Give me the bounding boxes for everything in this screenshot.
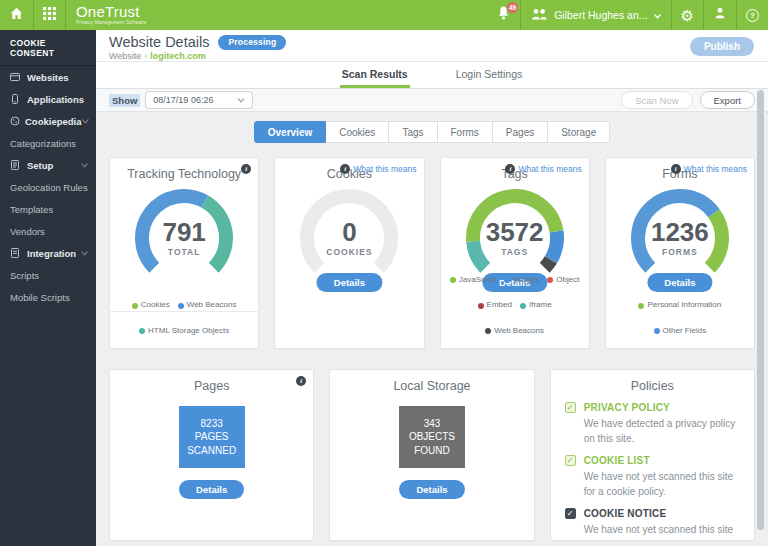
card-info-area: i [241,164,251,174]
policy-head: ✓PRIVACY POLICY [565,402,740,413]
sidebar-item-geolocation-rules[interactable]: Geolocation Rules [0,176,96,198]
sidebar-item-label: Integration [27,248,81,259]
user-menu[interactable]: Gilbert Hughes an... [521,0,670,30]
block-square-pages: 8233PAGESSCANNED [179,406,245,468]
details-button[interactable]: Details [179,480,244,499]
block-line: PAGES [195,430,229,444]
gauge-segment-personal-information [710,213,722,267]
summary-card-row: iPages8233PAGESSCANNEDDetailsLocal Stora… [109,369,755,541]
details-button[interactable]: Details [399,480,464,499]
legend-label: JavaScript [459,274,496,287]
block-value: 343 [424,417,441,431]
legend-label: Embed [487,299,512,312]
chevron-down-icon [81,251,88,256]
subtab-overview[interactable]: Overview [254,121,326,143]
sidebar-item-websites[interactable]: Websites [0,66,96,88]
card-info-area: iWhat this means [340,164,416,174]
scan-date-select[interactable]: 08/17/19 06:26 [145,91,253,109]
info-icon[interactable]: i [505,164,515,174]
sidebar-items: WebsitesApplicationsCookiepediaCategoriz… [0,66,96,308]
help-button[interactable]: ? [737,0,768,30]
legend-item-javascript: JavaScript [450,274,496,287]
subtab-forms[interactable]: Forms [437,121,493,143]
legend-label: Other Fields [663,325,707,338]
legend-item-html-storage-objects: HTML Storage Objects [139,325,229,338]
what-this-means-link[interactable]: What this means [684,164,747,174]
legend-label: Personal Information [647,299,721,312]
sidebar-item-label: Scripts [10,270,88,281]
setup-icon [10,160,22,170]
checkbox-icon[interactable]: ✓ [565,455,576,466]
sidebar-item-cookiepedia[interactable]: Cookiepedia [0,110,96,132]
scrollbar[interactable] [757,90,764,530]
publish-button[interactable]: Publish [690,37,754,56]
home-button[interactable] [0,0,33,30]
websites-icon [10,72,22,82]
applications-icon [10,94,22,104]
settings-button[interactable]: ⚙ [672,0,703,30]
brand-logo[interactable]: OneTrust Privacy Management Software [66,0,157,30]
details-button[interactable]: Details [317,273,382,292]
details-button[interactable]: Details [647,273,712,292]
card-info-area: i [296,376,306,386]
policy-label: PRIVACY POLICY [584,402,670,413]
what-this-means-link[interactable]: What this means [518,164,581,174]
user-name: Gilbert Hughes an... [554,9,647,21]
card-title: Pages [110,379,313,393]
sidebar-item-scripts[interactable]: Scripts [0,264,96,286]
gauge-segment-web-beacons [142,196,205,268]
sidebar-item-setup[interactable]: Setup [0,154,96,176]
legend-label: Web Beacons [187,299,237,312]
subtab-cookies[interactable]: Cookies [325,121,389,143]
sidebar-item-integration[interactable]: Integration [0,242,96,264]
subtab-storage[interactable]: Storage [547,121,610,143]
card-title: Policies [551,379,754,393]
legend-dot [139,328,145,334]
checkbox-icon[interactable]: ✓ [565,508,576,519]
info-icon[interactable]: i [671,164,681,174]
help-icon: ? [746,9,759,22]
breadcrumb: Website›logitech.com [109,51,768,61]
status-badge: Processing [218,35,286,50]
info-icon[interactable]: i [241,164,251,174]
what-this-means-link[interactable]: What this means [353,164,416,174]
scan-now-button[interactable]: Scan Now [621,91,692,109]
gauge-forms: 1236FORMSDetails [618,184,742,288]
sidebar-item-categorizations[interactable]: Categorizations [0,132,96,154]
tab-login-settings[interactable]: Login Settings [454,68,525,88]
checkbox-icon[interactable]: ✓ [565,402,576,413]
subtab-pages[interactable]: Pages [492,121,548,143]
main-tabs: Scan ResultsLogin Settings [96,62,768,89]
tab-scan-results[interactable]: Scan Results [340,68,410,88]
card-policies: Policies✓PRIVACY POLICYWe have detected … [550,369,755,541]
policy-label: COOKIE LIST [584,455,650,466]
integration-icon [10,248,22,258]
chevron-down-icon [82,119,89,124]
info-icon[interactable]: i [340,164,350,174]
scan-date-value: 08/17/19 06:26 [153,95,213,105]
legend-label: HTML Storage Objects [148,325,229,338]
subtab-tags[interactable]: Tags [388,121,437,143]
legend-item-web-beacons: Web Beacons [485,325,544,338]
legend-label: Iframe [529,299,552,312]
sidebar-item-vendors[interactable]: Vendors [0,220,96,242]
gauge-segment-images [550,231,556,260]
scan-toolbar: Show 08/17/19 06:26 Scan Now Export [96,89,768,112]
info-icon[interactable]: i [296,376,306,386]
sidebar-item-mobile-scripts[interactable]: Mobile Scripts [0,286,96,308]
export-button[interactable]: Export [700,91,755,109]
breadcrumb-root[interactable]: Website [109,51,141,61]
breadcrumb-site[interactable]: logitech.com [150,51,206,61]
sidebar-item-label: Mobile Scripts [10,292,88,303]
notifications-button[interactable]: 49 [487,0,520,30]
breadcrumb-separator: › [144,51,147,61]
sidebar-item-templates[interactable]: Templates [0,198,96,220]
app-switcher-button[interactable] [34,0,65,30]
legend-item-embed: Embed [478,299,512,312]
notification-count-badge: 49 [507,2,518,13]
account-button[interactable] [704,0,736,30]
sidebar-item-applications[interactable]: Applications [0,88,96,110]
card-info-area: iWhat this means [505,164,581,174]
scan-results-content: OverviewCookiesTagsFormsPagesStorage iTr… [96,113,768,546]
overview-subtabs: OverviewCookiesTagsFormsPagesStorage [96,121,768,143]
